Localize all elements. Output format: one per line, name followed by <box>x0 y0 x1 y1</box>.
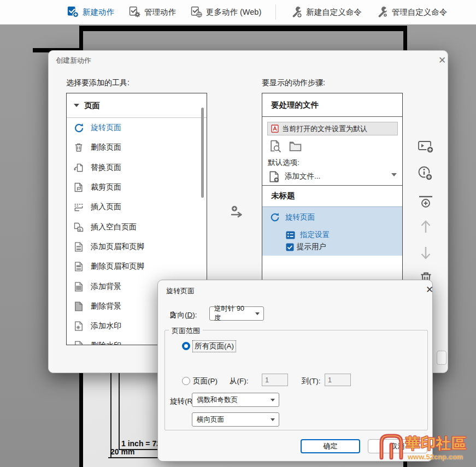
add-panel-icon[interactable] <box>416 139 436 155</box>
tool-item-insert-pages[interactable]: 插入页面 <box>67 197 207 217</box>
add-files-dropdown[interactable]: 添加文件... <box>268 169 398 184</box>
to-label: 到(T): <box>302 376 321 386</box>
add-files-label: 添加文件... <box>285 172 320 181</box>
tool-item-add-header-footer[interactable]: 添加页眉和页脚 <box>67 237 207 257</box>
remove-header-footer-icon <box>73 261 85 273</box>
tool-item-remove-header-footer[interactable]: 删除页眉和页脚 <box>67 257 207 276</box>
tools-scrollbar-thumb[interactable] <box>201 108 204 198</box>
tools-group-label: 页面 <box>84 101 100 111</box>
insert-blank-pages-icon <box>73 221 85 233</box>
direction-label-text: 方向(D): <box>170 310 197 320</box>
actions-toolbar: 新建动作 管理动作 更多动作 (Web) 新建自定义命令 管理自定义命令 <box>0 0 476 25</box>
rotate-pages-icon <box>269 212 280 223</box>
files-to-process-header: 要处理的文件 <box>262 93 402 117</box>
from-label: 从(F): <box>230 376 249 386</box>
more-actions-label: 更多动作 (Web) <box>206 7 261 17</box>
manage-actions-label: 管理动作 <box>144 7 176 17</box>
tool-item-insert-blank-pages[interactable]: 插入空白页面 <box>67 217 207 237</box>
browse-folder-icon[interactable] <box>289 139 302 153</box>
all-pages-radio[interactable] <box>182 342 190 350</box>
prompt-user-label: 提示用户 <box>297 242 326 252</box>
add-watermark-icon <box>73 320 85 332</box>
from-input[interactable] <box>262 374 288 386</box>
tools-column-label: 选择要添加的工具: <box>66 78 130 88</box>
pages-radio[interactable] <box>182 377 190 385</box>
default-file-label: 当前打开的文件设置为默认 <box>282 124 367 134</box>
ruler-label-mm: 20 mm <box>110 447 134 456</box>
collapse-triangle-icon <box>74 104 79 107</box>
new-custom-command-button[interactable]: 新建自定义命令 <box>290 6 362 18</box>
rotate-pages-filter-select[interactable]: 偶数和奇数页 <box>192 393 279 407</box>
more-actions-button[interactable]: 更多动作 (Web) <box>190 6 261 18</box>
orientation-filter-select[interactable]: 横向页面 <box>192 412 279 427</box>
manage-custom-command-icon <box>376 6 388 18</box>
page-ruler-line <box>108 457 160 458</box>
move-up-icon[interactable] <box>416 219 436 234</box>
manage-actions-button[interactable]: 管理动作 <box>128 6 176 18</box>
chevron-down-icon <box>271 399 275 401</box>
manage-custom-command-label: 管理自定义命令 <box>392 7 448 17</box>
add-divider-icon[interactable] <box>416 194 436 210</box>
page-range-label: 页面范围 <box>169 326 203 336</box>
move-down-icon[interactable] <box>416 245 436 261</box>
dialog-title: 创建新动作 <box>56 56 91 66</box>
to-input[interactable] <box>325 374 351 386</box>
remove-background-icon <box>73 300 85 312</box>
close-icon[interactable]: ✕ <box>438 56 446 65</box>
new-action-button[interactable]: 新建动作 <box>67 6 114 18</box>
obscured-save-button[interactable] <box>437 351 446 365</box>
step-rotate-pages[interactable]: 旋转页面 <box>269 212 315 223</box>
pdf-file-icon <box>271 125 279 133</box>
add-step-arrow-icon <box>226 203 246 222</box>
specify-settings-icon <box>286 231 295 239</box>
manage-custom-command-button[interactable]: 管理自定义命令 <box>376 6 448 18</box>
manage-actions-icon <box>128 6 140 18</box>
tool-item-replace-pages[interactable]: 替换页面 <box>67 158 207 178</box>
add-instruction-icon[interactable] <box>416 165 436 182</box>
browse-file-icon[interactable] <box>269 139 283 153</box>
page-border <box>79 26 407 31</box>
chevron-down-icon <box>255 312 260 315</box>
remove-watermark-icon <box>73 340 85 345</box>
toolbar-separator <box>275 4 276 20</box>
screen: 1 inch = 72 p 20 mm 新建动作 管理动作 更多动作 (Web) <box>0 0 476 467</box>
crop-pages-icon <box>73 181 85 193</box>
more-actions-web-icon <box>190 6 202 18</box>
new-action-label: 新建动作 <box>83 7 114 17</box>
direction-select[interactable]: 逆时针 90 度 <box>209 306 264 321</box>
checkbox-checked-icon[interactable] <box>286 243 294 251</box>
add-header-footer-icon <box>73 241 85 253</box>
selected-step-block[interactable]: 旋转页面 指定设置 提示用户 <box>262 206 402 256</box>
chevron-down-icon <box>271 418 275 421</box>
add-background-icon <box>73 281 85 293</box>
pages-label[interactable]: 页面(P) <box>193 376 218 386</box>
tool-item-crop-pages[interactable]: 裁剪页面 <box>67 178 207 197</box>
new-action-icon <box>67 6 79 18</box>
prompt-user-option[interactable]: 提示用户 <box>286 242 326 252</box>
rotate-pages-dialog: 旋转页面 ✕ D 方向(D): 逆时针 90 度 页面范围 所有页面(A) 页面… <box>157 280 433 462</box>
dialog-title: 旋转页面 <box>166 286 195 296</box>
delete-pages-icon <box>73 141 85 153</box>
tool-item-delete-pages[interactable]: 删除页面 <box>67 138 207 157</box>
new-custom-command-label: 新建自定义命令 <box>306 7 362 17</box>
default-options-label: 默认选项: <box>268 158 299 168</box>
rotate-filter-value: 偶数和奇数页 <box>197 395 238 405</box>
default-file-bar[interactable]: 当前打开的文件设置为默认 <box>267 122 398 135</box>
tool-item-rotate-pages[interactable]: 旋转页面 <box>67 118 207 138</box>
direction-value: 逆时针 90 度 <box>214 304 252 323</box>
steps-column-label: 要显示的动作步骤: <box>262 78 325 88</box>
tools-group-header[interactable]: 页面 <box>67 93 207 118</box>
orientation-value: 横向页面 <box>197 415 224 424</box>
ok-button[interactable]: 确定 <box>301 439 360 453</box>
insert-pages-icon <box>73 201 85 213</box>
chevron-down-icon[interactable] <box>391 173 397 176</box>
add-file-icon <box>268 170 280 183</box>
panel-divider <box>262 185 402 186</box>
replace-pages-icon <box>73 162 85 174</box>
cancel-button[interactable]: 取消 <box>368 439 427 453</box>
all-pages-label[interactable]: 所有页面(A) <box>193 341 236 352</box>
untitled-section-header: 未标题 <box>271 191 295 201</box>
close-icon[interactable]: ✕ <box>426 285 433 294</box>
new-custom-command-icon <box>290 6 302 18</box>
specify-settings-link[interactable]: 指定设置 <box>286 230 330 240</box>
